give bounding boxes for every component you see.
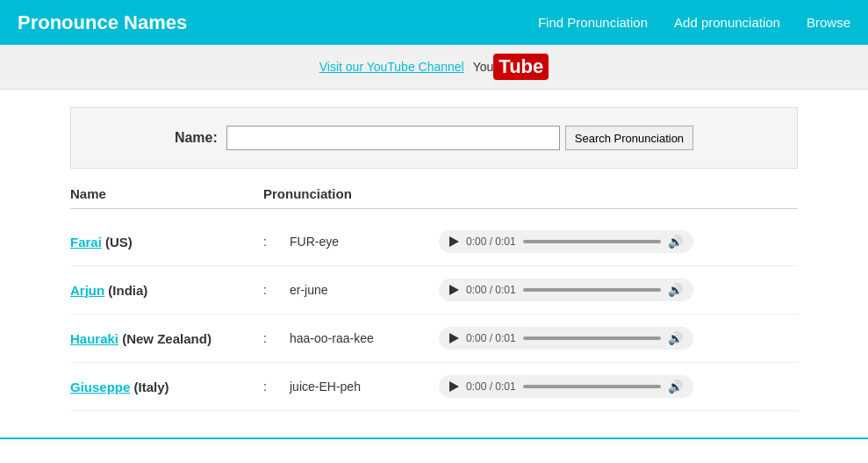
result-name-cell: Farai (US): [70, 235, 263, 250]
result-audio-cell: 0:00 / 0:01 🔊: [439, 327, 798, 350]
youtube-tube: Tube: [493, 54, 549, 80]
play-button[interactable]: [449, 381, 459, 392]
results-table: Name Pronunciation Farai (US) : FUR-eye …: [70, 186, 798, 411]
header: Pronounce Names Find Pronunciation Add p…: [0, 0, 868, 45]
nav-add-pronunciation[interactable]: Add pronunciation: [674, 15, 780, 30]
table-row: Hauraki (New Zealand) : haa-oo-raa-kee 0…: [70, 315, 798, 363]
table-row: Arjun (India) : er-june 0:00 / 0:01 🔊: [70, 266, 798, 315]
volume-icon[interactable]: 🔊: [668, 283, 683, 297]
search-label: Name:: [175, 130, 218, 146]
play-button[interactable]: [449, 333, 459, 344]
youtube-link[interactable]: Visit our YouTube Channel: [319, 60, 464, 74]
result-country: (Italy): [134, 380, 169, 394]
result-country: (US): [105, 235, 133, 250]
search-input[interactable]: [226, 126, 560, 150]
audio-player: 0:00 / 0:01 🔊: [439, 230, 693, 253]
volume-icon[interactable]: 🔊: [668, 235, 683, 249]
result-name-cell: Hauraki (New Zealand): [70, 331, 263, 346]
result-colon: :: [263, 380, 290, 394]
col-header-audio: [439, 186, 798, 201]
site-logo: Pronounce Names: [18, 11, 187, 34]
play-button[interactable]: [449, 236, 459, 247]
table-row: Giuseppe (Italy) : juice-EH-peh 0:00 / 0…: [70, 363, 798, 411]
bottom-bar: [0, 438, 868, 439]
table-row: Farai (US) : FUR-eye 0:00 / 0:01 🔊: [70, 218, 798, 266]
result-phonetic: FUR-eye: [290, 235, 439, 249]
progress-bar[interactable]: [523, 288, 661, 292]
search-button[interactable]: Search Pronunciation: [565, 126, 693, 150]
name-link[interactable]: Farai: [70, 235, 102, 250]
youtube-bar: Visit our YouTube Channel YouTube: [0, 45, 868, 90]
result-phonetic: juice-EH-peh: [290, 380, 439, 394]
result-phonetic: haa-oo-raa-kee: [290, 331, 439, 345]
search-section: Name: Search Pronunciation: [70, 107, 798, 169]
time-display: 0:00 / 0:01: [466, 380, 516, 393]
volume-icon[interactable]: 🔊: [668, 331, 683, 345]
result-colon: :: [263, 235, 290, 249]
audio-player: 0:00 / 0:01 🔊: [439, 279, 693, 301]
progress-bar[interactable]: [523, 240, 661, 243]
table-header: Name Pronunciation: [70, 186, 798, 209]
volume-icon[interactable]: 🔊: [668, 380, 683, 394]
time-display: 0:00 / 0:01: [466, 284, 516, 296]
result-country: (India): [108, 283, 147, 298]
main-nav: Find Pronunciation Add pronunciation Bro…: [538, 15, 850, 30]
result-audio-cell: 0:00 / 0:01 🔊: [439, 230, 798, 253]
name-link[interactable]: Hauraki: [70, 331, 118, 346]
audio-player: 0:00 / 0:01 🔊: [439, 327, 693, 350]
progress-bar[interactable]: [523, 336, 661, 340]
table-body: Farai (US) : FUR-eye 0:00 / 0:01 🔊 Arjun…: [70, 218, 798, 411]
col-header-pronunciation: Pronunciation: [263, 186, 439, 201]
nav-find-pronunciation[interactable]: Find Pronunciation: [538, 15, 648, 30]
youtube-you: You: [473, 60, 494, 74]
result-colon: :: [263, 331, 290, 345]
result-colon: :: [263, 283, 290, 297]
time-display: 0:00 / 0:01: [466, 235, 516, 248]
name-link[interactable]: Arjun: [70, 283, 104, 298]
col-header-name: Name: [70, 186, 263, 201]
result-audio-cell: 0:00 / 0:01 🔊: [439, 279, 798, 301]
play-button[interactable]: [449, 285, 459, 295]
name-link[interactable]: Giuseppe: [70, 380, 130, 394]
result-audio-cell: 0:00 / 0:01 🔊: [439, 375, 798, 398]
nav-browse[interactable]: Browse: [807, 15, 850, 30]
time-display: 0:00 / 0:01: [466, 332, 516, 344]
audio-player: 0:00 / 0:01 🔊: [439, 375, 693, 398]
result-name-cell: Arjun (India): [70, 283, 263, 298]
progress-bar[interactable]: [523, 385, 661, 388]
youtube-logo: YouTube: [473, 54, 549, 80]
result-country: (New Zealand): [122, 331, 212, 346]
result-name-cell: Giuseppe (Italy): [70, 380, 263, 394]
result-phonetic: er-june: [290, 283, 439, 297]
